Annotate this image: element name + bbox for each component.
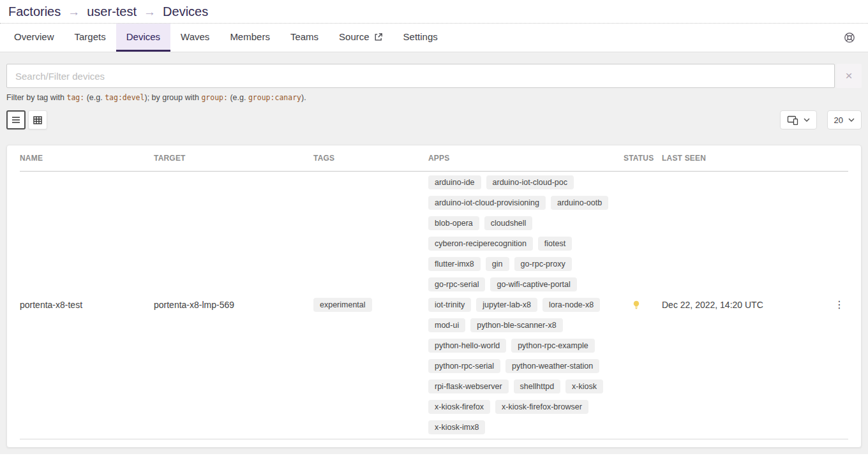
filter-hint-segment: tag:devel — [105, 93, 144, 102]
app-chip: mod-ui — [428, 318, 465, 332]
tab-teams[interactable]: Teams — [280, 24, 329, 52]
table-controls: 20 — [780, 110, 862, 129]
page-header: Factories → user-test → Devices — [0, 0, 868, 24]
external-link-icon — [374, 33, 383, 41]
devices-table-card: NAME TARGET TAGS APPS STATUS LAST SEEN p… — [6, 145, 862, 448]
tab-bar: Overview Targets Devices Waves Members T… — [0, 24, 868, 52]
tab-targets[interactable]: Targets — [64, 24, 116, 52]
app-chip: python-ble-scanner-x8 — [470, 318, 562, 332]
app-chip: x-kiosk — [565, 379, 603, 393]
app-chip: arduino-iot-cloud-poc — [486, 175, 574, 189]
table-header-row: NAME TARGET TAGS APPS STATUS LAST SEEN — [20, 145, 848, 172]
app-chip: cloudshell — [484, 216, 533, 230]
breadcrumb-separator-icon: → — [68, 5, 80, 19]
filter-hint-segment: Filter by tag with — [6, 93, 66, 102]
breadcrumb-current-page: Devices — [163, 4, 208, 19]
filter-hint-segment: group:canary — [248, 93, 301, 102]
page-size-value: 20 — [834, 115, 843, 125]
page-size-dropdown[interactable]: 20 — [827, 110, 862, 129]
app-chip: fiotest — [538, 237, 572, 251]
filter-hint-segment: (e.g. — [84, 93, 105, 102]
filter-hint-segment: (e.g. — [228, 93, 248, 102]
app-chip: rpi-flask-webserver — [428, 379, 509, 393]
tab-bar-spacer — [448, 24, 837, 52]
search-input[interactable] — [6, 64, 835, 88]
column-header-target: TARGET — [154, 154, 313, 163]
breadcrumb-separator-icon: → — [144, 5, 156, 19]
app-chip: iot-trinity — [428, 298, 471, 312]
view-toolbar: 20 — [6, 110, 862, 129]
tab-source[interactable]: Source — [329, 24, 393, 52]
app-chip: arduino-ootb — [551, 196, 608, 210]
table-row: portenta-x8-test portenta-x8-lmp-569 exp… — [20, 172, 848, 439]
clear-search-button[interactable]: × — [836, 64, 862, 88]
app-chip: gin — [486, 257, 509, 271]
list-icon — [11, 116, 20, 124]
tab-overview[interactable]: Overview — [4, 24, 64, 52]
column-header-status: STATUS — [624, 154, 662, 163]
app-chip: python-rpc-example — [511, 339, 594, 353]
filter-hint-segment: group: — [201, 93, 228, 102]
tab-devices[interactable]: Devices — [116, 24, 170, 52]
tab-settings[interactable]: Settings — [393, 24, 448, 52]
row-actions-kebab-icon[interactable]: ⋮ — [830, 300, 848, 310]
app-chip: go-rpc-serial — [428, 277, 485, 291]
device-status — [624, 300, 662, 311]
filter-hint-segment: tag: — [66, 93, 84, 102]
app-chip: go-rpc-proxy — [514, 257, 572, 271]
app-chip: python-weather-station — [505, 359, 599, 373]
chevron-down-icon — [804, 118, 810, 122]
filter-hint-segment: ). — [301, 93, 306, 102]
breadcrumb: Factories → user-test → Devices — [8, 4, 860, 19]
tab-members[interactable]: Members — [220, 24, 280, 52]
device-apps: arduino-idearduino-iot-cloud-pocarduino-… — [428, 175, 624, 434]
list-view-button[interactable] — [6, 110, 26, 129]
app-chip: flutter-imx8 — [428, 257, 481, 271]
app-chip: arduino-iot-cloud-provisioning — [428, 196, 546, 210]
help-button[interactable] — [837, 24, 868, 52]
chevron-down-icon — [848, 118, 855, 122]
breadcrumb-factories[interactable]: Factories — [8, 4, 61, 19]
app-chip: blob-opera — [428, 216, 479, 230]
column-header-last-seen: LAST SEEN — [662, 154, 830, 163]
app-chip: jupyter-lab-x8 — [476, 298, 537, 312]
app-chip: lora-node-x8 — [542, 298, 600, 312]
breadcrumb-factory-name[interactable]: user-test — [87, 4, 137, 19]
app-chip: cyberon-reciperecognition — [428, 237, 533, 251]
app-chip: x-kiosk-firefox-browser — [495, 400, 588, 414]
device-last-seen: Dec 22, 2022, 14:20 UTC — [662, 300, 830, 310]
app-chip: shellhttpd — [514, 379, 561, 393]
app-chip: python-hello-world — [428, 339, 506, 353]
devices-icon — [787, 115, 798, 125]
app-chip: arduino-ide — [428, 175, 481, 189]
grid-view-button[interactable] — [28, 110, 47, 129]
device-target: portenta-x8-lmp-569 — [154, 300, 313, 310]
column-header-tags: TAGS — [313, 154, 428, 163]
tab-source-label: Source — [339, 31, 370, 42]
tab-waves[interactable]: Waves — [170, 24, 220, 52]
column-header-name: NAME — [20, 154, 154, 163]
lifebuoy-icon — [844, 32, 855, 43]
search-row: × — [6, 64, 862, 88]
grid-icon — [33, 116, 42, 124]
app-chip: go-wifi-captive-portal — [490, 277, 576, 291]
device-name[interactable]: portenta-x8-test — [20, 300, 154, 310]
device-tags: experimental — [313, 298, 428, 312]
column-header-apps: APPS — [428, 154, 624, 163]
app-chip: python-rpc-serial — [428, 359, 500, 373]
lightbulb-icon — [631, 300, 641, 311]
tag-chip: experimental — [313, 298, 372, 312]
view-mode-toggle — [6, 110, 47, 129]
device-type-filter-dropdown[interactable] — [780, 110, 817, 129]
filter-hint-segment: ); by group with — [144, 93, 201, 102]
content-area: × Filter by tag with tag: (e.g. tag:deve… — [0, 52, 868, 454]
filter-hint: Filter by tag with tag: (e.g. tag:devel)… — [6, 93, 862, 102]
app-chip: x-kiosk-firefox — [428, 400, 490, 414]
app-chip: x-kiosk-imx8 — [428, 420, 485, 434]
